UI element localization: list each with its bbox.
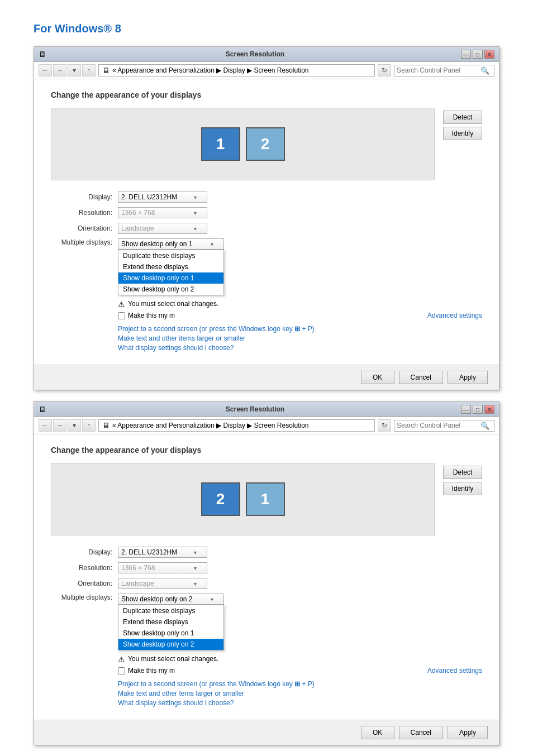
checkbox-label-1: Make this my m [128,312,175,319]
identify-button-2[interactable]: Identify [443,482,482,495]
recent-button-1[interactable]: ▾ [68,64,81,76]
dropdown-item-duplicate-1[interactable]: Duplicate these displays [118,250,223,261]
cancel-button-1[interactable]: Cancel [399,371,443,384]
close-button-2[interactable]: ✕ [484,405,494,414]
back-button-2[interactable]: ← [39,419,52,432]
monitor-1-box[interactable]: 1 [201,127,240,161]
orientation-label-1: Orientation: [51,224,112,232]
screen-resolution-window-2: 🖥 Screen Resolution — □ ✕ ← → ▾ ↑ 🖥 « Ap… [34,401,499,745]
orientation-row-1: Orientation: Landscape [51,223,482,234]
apply-button-1[interactable]: Apply [448,371,488,384]
links-section-2: Project to a second screen (or press the… [51,680,482,707]
resolution-select-1[interactable]: 1366 × 768 [118,207,207,218]
detect-button-1[interactable]: Detect [443,111,482,124]
dropdown-item-show2-1[interactable]: Show desktop only on 2 [118,284,223,295]
warning-row-1: ⚠ You must select onal changes. [51,300,482,309]
close-button-1[interactable]: ✕ [484,50,494,59]
bottom-buttons-2: OK Cancel Apply [34,720,499,745]
monitor-2a-box[interactable]: 2 [201,482,240,516]
orientation-value-2: Landscape [121,580,154,587]
checkbox-1[interactable] [118,312,125,319]
screen-resolution-window-1: 🖥 Screen Resolution — □ ✕ ← → ▾ ↑ 🖥 « Ap… [34,46,499,390]
display-label-1: Display: [51,193,112,201]
maximize-button-1[interactable]: □ [473,50,483,59]
search-box-1[interactable]: 🔍 [394,65,494,76]
advanced-settings-link-1[interactable]: Advanced settings [427,312,482,319]
refresh-button-1[interactable]: ↻ [378,64,391,76]
search-input-2[interactable] [397,422,480,429]
orientation-select-2[interactable]: Landscape [118,578,207,589]
refresh-button-2[interactable]: ↻ [378,419,391,432]
dropdown-item-extend-1[interactable]: Extend these displays [118,261,223,272]
apply-button-2[interactable]: Apply [448,726,488,739]
up-button-2[interactable]: ↑ [82,419,96,432]
dropdown-item-show1-1[interactable]: Show desktop only on 1 [118,272,223,284]
display-row-1: Display: 2. DELL U2312HM [51,192,482,203]
ok-button-1[interactable]: OK [361,371,394,384]
resolution-row-1: Resolution: 1366 × 768 [51,207,482,218]
checkbox-2[interactable] [118,667,125,674]
window-2-controls: — □ ✕ [461,405,494,414]
search-icon-2: 🔍 [480,422,489,430]
address-path-1[interactable]: 🖥 « Appearance and Personalization ▶ Dis… [98,64,375,76]
window-1-titlebar: 🖥 Screen Resolution — □ ✕ [34,47,499,62]
warning-text-1: You must select onal changes. [128,300,218,308]
identify-button-1[interactable]: Identify [443,127,482,140]
address-path-2[interactable]: 🖥 « Appearance and Personalization ▶ Dis… [98,419,375,432]
monitor-2-box[interactable]: 2 [246,127,285,161]
search-box-2[interactable]: 🔍 [394,420,494,432]
advanced-settings-link-2[interactable]: Advanced settings [427,667,482,674]
cancel-button-2[interactable]: Cancel [399,726,443,739]
warning-icon-1: ⚠ [118,300,125,309]
forward-button-1[interactable]: → [53,64,66,76]
path-icon-1: 🖥 [102,66,110,75]
search-input-1[interactable] [397,66,480,74]
dropdown-item-duplicate-2[interactable]: Duplicate these displays [118,605,223,616]
link-text-size-2[interactable]: Make text and other terns larger or smal… [118,690,482,697]
detect-identify-1: Detect Identify [443,108,482,180]
link-display-settings-1[interactable]: What display settings should I choose? [118,344,482,352]
link-project-screen-1[interactable]: Project to a second screen (or press the… [118,325,482,333]
checkbox-row-1: Make this my m Advanced settings [51,312,482,319]
display-select-2[interactable]: 2. DELL U2312HM [118,547,207,558]
forward-button-2[interactable]: → [53,419,66,432]
address-path-text-2: « Appearance and Personalization ▶ Displ… [112,422,309,429]
minimize-button-2[interactable]: — [461,405,471,414]
multiple-displays-control-2: Show desktop only on 2 Duplicate these d… [118,594,224,650]
address-bar-1: ← → ▾ ↑ 🖥 « Appearance and Personalizati… [34,62,499,79]
orientation-value-1: Landscape [121,224,154,232]
resolution-select-2[interactable]: 1366 × 768 [118,562,207,573]
orientation-select-1[interactable]: Landscape [118,223,207,234]
up-button-1[interactable]: ↑ [82,64,96,76]
multiple-displays-select-1[interactable]: Show desktop only on 1 [118,238,224,250]
back-button-1[interactable]: ← [39,64,52,76]
window-2-icon: 🖥 [39,405,46,414]
display-select-1[interactable]: 2. DELL U2312HM [118,192,207,203]
link-display-settings-2[interactable]: What display settings should I choose? [118,699,482,707]
detect-identify-2: Detect Identify [443,463,482,535]
dropdown-item-show1-2[interactable]: Show desktop only on 1 [118,628,223,639]
dropdown-item-show2-2[interactable]: Show desktop only on 2 [118,639,223,650]
display-label-2: Display: [51,548,112,556]
nav-buttons-2: ← → ▾ ↑ [39,419,96,432]
window-1-title: Screen Resolution [49,50,461,58]
monitors-container-1: 1 2 [51,108,435,180]
checkbox-row-2: Make this my m Advanced settings [51,667,482,674]
search-icon-1: 🔍 [480,66,489,75]
path-icon-2: 🖥 [102,421,110,430]
display-control-1: 2. DELL U2312HM [118,192,207,203]
links-section-1: Project to a second screen (or press the… [51,325,482,352]
multiple-displays-select-2[interactable]: Show desktop only on 2 [118,594,224,605]
multiple-displays-value-2: Show desktop only on 2 [121,595,192,603]
link-project-screen-2[interactable]: Project to a second screen (or press the… [118,680,482,688]
multiple-displays-dropdown-1: Duplicate these displays Extend these di… [118,250,224,295]
maximize-button-2[interactable]: □ [473,405,483,414]
recent-button-2[interactable]: ▾ [68,419,81,432]
dropdown-item-extend-2[interactable]: Extend these displays [118,616,223,628]
multiple-displays-dropdown-2: Duplicate these displays Extend these di… [118,605,224,650]
monitor-2b-box[interactable]: 1 [246,482,285,516]
detect-button-2[interactable]: Detect [443,466,482,479]
minimize-button-1[interactable]: — [461,50,471,59]
ok-button-2[interactable]: OK [361,726,394,739]
link-text-size-1[interactable]: Make text and other items larger or smal… [118,334,482,342]
